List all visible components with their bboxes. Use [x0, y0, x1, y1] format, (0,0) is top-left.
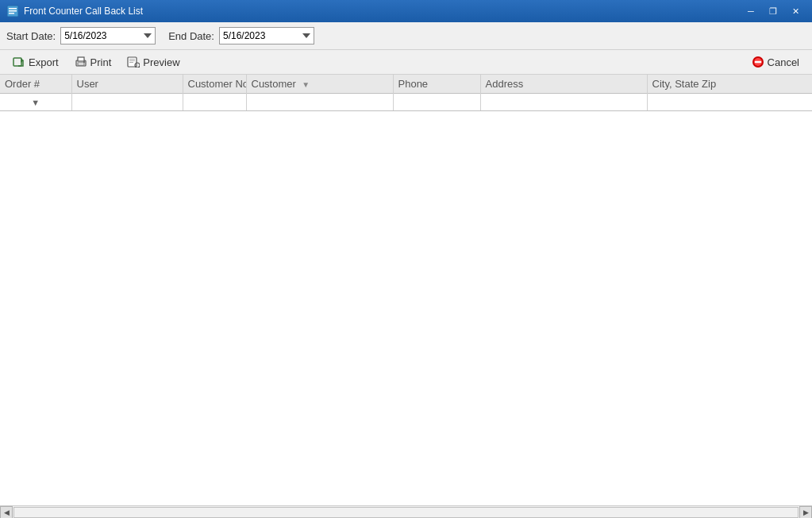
scrollbar-track[interactable] [13, 507, 799, 518]
export-label: Export [29, 56, 59, 68]
window-controls: ─ ❐ ✕ [741, 3, 806, 19]
svg-rect-10 [129, 59, 135, 60]
svg-rect-3 [9, 13, 14, 14]
svg-rect-4 [13, 58, 21, 66]
restore-button[interactable]: ❐ [763, 3, 783, 19]
col-header-order: Order # [0, 75, 71, 94]
horizontal-scrollbar: ◀ ▶ [0, 505, 812, 518]
svg-rect-12 [129, 62, 133, 63]
title-bar: Front Counter Call Back List ─ ❐ ✕ [0, 0, 812, 22]
filter-phone [393, 94, 480, 111]
print-label: Print [90, 56, 112, 68]
export-icon [13, 56, 25, 68]
filter-icon-cell: ▼ [0, 94, 71, 111]
app-icon [6, 5, 19, 17]
filter-address [480, 94, 647, 111]
cancel-label: Cancel [768, 56, 799, 68]
col-header-phone: Phone [393, 75, 480, 94]
end-date-label: End Date: [168, 30, 214, 42]
table-header-row: Order # User Customer No Customer ▼ Phon… [0, 75, 812, 94]
filter-custno [183, 94, 246, 111]
preview-label: Preview [143, 56, 179, 68]
filter-icon: ▼ [31, 98, 40, 107]
svg-line-14 [139, 67, 140, 68]
scroll-left-arrow[interactable]: ◀ [0, 506, 13, 519]
svg-rect-1 [9, 8, 17, 10]
end-date-select[interactable]: 5/16/2023 [219, 27, 314, 44]
col-header-address: Address [480, 75, 647, 94]
cancel-button[interactable]: Cancel [745, 53, 806, 71]
action-buttons-group: Export Print [6, 53, 187, 71]
action-toolbar: Export Print [0, 50, 812, 75]
date-toolbar: Start Date: 5/16/2023 End Date: 5/16/202… [0, 22, 812, 50]
minimize-button[interactable]: ─ [741, 3, 761, 19]
filter-user [71, 94, 183, 111]
export-button[interactable]: Export [6, 53, 65, 71]
col-header-user: User [71, 75, 183, 94]
svg-rect-7 [78, 63, 84, 65]
svg-rect-11 [129, 60, 135, 61]
data-table: Order # User Customer No Customer ▼ Phon… [0, 75, 812, 111]
svg-rect-6 [78, 57, 84, 61]
print-button[interactable]: Print [68, 53, 118, 71]
cancel-icon [752, 56, 764, 68]
window-title: Front Counter Call Back List [24, 6, 143, 17]
col-header-customer[interactable]: Customer ▼ [246, 75, 393, 94]
customer-sort-icon: ▼ [302, 80, 310, 89]
filter-customer [246, 94, 393, 111]
col-header-custno: Customer No [183, 75, 246, 94]
filter-row: ▼ [0, 94, 812, 111]
col-header-citystatezip: City, State Zip [647, 75, 812, 94]
start-date-label: Start Date: [6, 30, 56, 42]
start-date-group: Start Date: 5/16/2023 [6, 27, 156, 44]
svg-rect-2 [9, 10, 17, 12]
print-icon [75, 56, 87, 68]
end-date-group: End Date: 5/16/2023 [168, 27, 314, 44]
svg-point-8 [83, 61, 85, 63]
filter-citystatezip [647, 94, 812, 111]
table-container: Order # User Customer No Customer ▼ Phon… [0, 75, 812, 505]
scroll-right-arrow[interactable]: ▶ [799, 506, 812, 519]
preview-icon [127, 56, 140, 68]
title-bar-left: Front Counter Call Back List [6, 5, 143, 17]
preview-button[interactable]: Preview [121, 53, 186, 71]
start-date-select[interactable]: 5/16/2023 [60, 27, 156, 44]
close-button[interactable]: ✕ [785, 3, 806, 19]
